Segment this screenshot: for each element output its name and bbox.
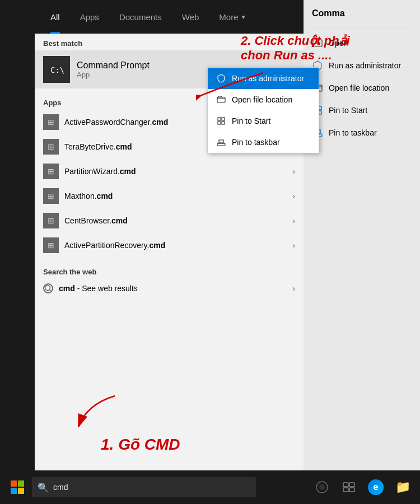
taskbar-icon — [216, 137, 226, 147]
file-explorer-icon[interactable]: 📁 — [393, 477, 413, 497]
tab-documents[interactable]: Documents — [109, 0, 172, 34]
search-icon: 🔍 — [38, 482, 49, 493]
svg-rect-7 — [218, 122, 221, 124]
windows-logo-icon — [11, 480, 24, 494]
svg-rect-5 — [218, 118, 221, 120]
app-icon: ⊞ — [43, 114, 59, 130]
svg-rect-4 — [217, 97, 225, 102]
app-name: Maxthon.cmd — [64, 192, 287, 200]
app-name: PartitionWizard.cmd — [64, 167, 287, 176]
web-label: Search the web — [35, 262, 304, 279]
context-menu-pin-start[interactable]: Pin to Start — [208, 110, 319, 132]
right-panel-pin-taskbar[interactable]: Pin to taskbar — [304, 122, 420, 144]
list-item[interactable]: ⊞ PartitionWizard.cmd › — [35, 159, 304, 184]
right-panel-menu: Open Run as administrator Open file loca… — [304, 27, 420, 148]
list-item[interactable]: ⊞ Maxthon.cmd › — [35, 184, 304, 208]
folder-icon — [216, 95, 226, 105]
app-name: CentBrowser.cmd — [64, 216, 287, 225]
start-button[interactable] — [3, 473, 32, 502]
app-icon: ⊞ — [43, 213, 59, 228]
svg-text:C:\: C:\ — [50, 66, 64, 74]
svg-line-3 — [50, 290, 52, 292]
search-box-text: cmd — [53, 483, 68, 492]
app-name: ActivePartitionRecovery.cmd — [64, 241, 287, 250]
app-icon: ⊞ — [43, 237, 59, 253]
context-menu-pin-taskbar[interactable]: Pin to taskbar — [208, 132, 319, 153]
chevron-right-icon: › — [292, 216, 295, 225]
app-icon: ⊞ — [43, 188, 59, 204]
context-menu: Run as administrator Open file location … — [207, 67, 319, 153]
taskbar: 🔍 cmd e 📁 — [0, 470, 420, 504]
right-panel-open-location[interactable]: Open file location — [304, 77, 420, 99]
right-panel-title: Comma — [304, 0, 420, 27]
right-panel-run-admin[interactable]: Run as administrator — [304, 54, 420, 77]
svg-rect-10 — [219, 140, 223, 143]
chevron-right-icon: › — [292, 284, 295, 293]
chevron-down-icon: ▼ — [241, 14, 246, 20]
web-search-text: cmd - See web results — [59, 284, 287, 293]
svg-rect-8 — [222, 122, 225, 124]
context-menu-run-admin[interactable]: Run as administrator — [208, 68, 319, 89]
svg-point-2 — [45, 286, 50, 291]
best-match-label: Best match — [35, 34, 304, 50]
taskbar-right: e 📁 — [312, 477, 417, 497]
command-prompt-icon: C:\ — [43, 56, 70, 83]
open-icon — [312, 38, 323, 49]
tab-apps[interactable]: Apps — [70, 0, 109, 34]
app-icon: ⊞ — [43, 164, 59, 179]
chevron-right-icon: › — [292, 192, 295, 200]
tab-all[interactable]: All — [40, 0, 70, 34]
shield-icon — [216, 73, 226, 83]
right-panel-open[interactable]: Open — [304, 32, 420, 54]
svg-rect-24 — [343, 488, 348, 492]
svg-rect-9 — [217, 143, 225, 146]
svg-rect-23 — [349, 483, 354, 487]
best-match-text: Command Prompt App — [77, 60, 150, 79]
svg-rect-22 — [343, 483, 348, 487]
web-section: Search the web cmd - See web results › — [35, 258, 304, 298]
tabs-bar: All Apps Documents Web More ▼ — [35, 0, 304, 34]
pin-icon — [216, 116, 226, 126]
chevron-right-icon: › — [292, 241, 295, 250]
right-panel-pin-start[interactable]: Pin to Start — [304, 99, 420, 122]
tab-web[interactable]: Web — [172, 0, 209, 34]
list-item[interactable]: ⊞ CentBrowser.cmd › — [35, 208, 304, 233]
chevron-right-icon: › — [292, 167, 295, 176]
web-search-item[interactable]: cmd - See web results › — [35, 279, 304, 298]
svg-rect-6 — [222, 118, 225, 120]
edge-icon[interactable]: e — [366, 477, 386, 497]
svg-point-21 — [319, 484, 325, 490]
tab-more[interactable]: More ▼ — [209, 0, 256, 34]
right-panel: Comma Open Run as administrator — [304, 0, 420, 470]
app-icon: ⊞ — [43, 139, 59, 155]
taskbar-search-box[interactable]: 🔍 cmd — [32, 477, 256, 497]
search-icon — [43, 283, 53, 293]
list-item[interactable]: ⊞ ActivePartitionRecovery.cmd › — [35, 233, 304, 258]
cortana-icon[interactable] — [312, 477, 332, 497]
context-menu-open-location[interactable]: Open file location — [208, 89, 319, 110]
svg-rect-25 — [349, 488, 354, 492]
task-view-icon[interactable] — [339, 477, 359, 497]
